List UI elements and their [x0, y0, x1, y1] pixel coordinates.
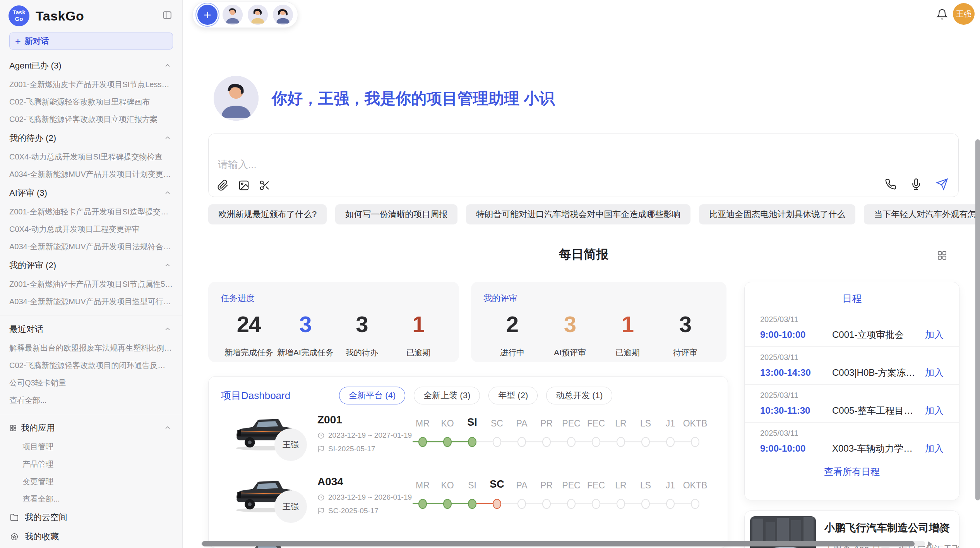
milestone-label: J1 [658, 418, 683, 429]
scissors-icon[interactable] [259, 180, 271, 191]
dashboard-filter[interactable]: 动总开发 (1) [546, 387, 612, 404]
event-time: 9:00-10:00 [760, 329, 832, 340]
stat-value: 1 [599, 311, 656, 337]
milestone-dot [691, 437, 699, 447]
event-time: 9:00-10:00 [760, 443, 832, 454]
agent-avatar[interactable] [223, 5, 243, 25]
stat-item: 2进行中 [483, 311, 541, 358]
chevron-up-icon [164, 189, 171, 197]
sidebar-item[interactable]: Z001-全新燃油轻卡产品开发项目SI节点属性5D文件评审 [0, 276, 182, 293]
milestone-label: SC [485, 478, 509, 490]
suggestion-chip[interactable]: 如何写一份清晰的项目周报 [335, 204, 457, 224]
scroll-right-arrow[interactable] [928, 541, 932, 547]
sidebar-item[interactable]: 公司Q3轻卡销量 [0, 374, 182, 392]
agent-avatar[interactable] [273, 5, 293, 25]
sidebar-item[interactable]: 解释最新出台的欧盟报废车法规再生塑料比例被调至15%... [0, 339, 182, 357]
divider [0, 414, 182, 414]
sidebar-app-item[interactable]: 产品管理 [0, 456, 182, 473]
suggestion-chip[interactable]: 比亚迪全固态电池计划具体说了什么 [699, 204, 855, 224]
chevron-up-icon [164, 325, 171, 333]
milestone-label: MR [410, 418, 435, 429]
sidebar-item[interactable]: Z001-全新燃油皮卡产品开发项目SI节点Lesson Learn报告 [0, 76, 182, 93]
sidebar-item[interactable]: Z001-全新燃油轻卡产品开发项目SI造型提交物评审 [0, 203, 182, 221]
suggestion-chip[interactable]: 当下年轻人对汽车外观有怎样的喜好趋势 [864, 204, 980, 224]
sidebar-item[interactable]: A034-全新新能源MUV产品开发项目法规符合性评审 [0, 238, 182, 255]
star-badge-icon [10, 533, 19, 541]
milestone-dot [617, 437, 625, 447]
dashboard-filter[interactable]: 全新上装 (3) [414, 387, 480, 404]
milestone-dot [617, 499, 625, 509]
project-code: A034 [317, 476, 412, 488]
new-chat-button[interactable]: + 新对话 [9, 33, 173, 50]
milestone-dot [567, 499, 576, 509]
new-chat-label: 新对话 [25, 36, 49, 46]
send-icon[interactable] [936, 178, 948, 190]
sidebar-item[interactable]: C02-飞腾新能源轻客改款项目里程碑画布 [0, 93, 182, 111]
stat-value: 3 [277, 311, 334, 337]
sidebar-app-item[interactable]: 项目管理 [0, 438, 182, 456]
attachment-icon[interactable] [217, 180, 229, 191]
vertical-scrollbar[interactable] [975, 139, 980, 500]
favorites-label: 我的收藏 [25, 531, 59, 543]
stat-value: 3 [334, 311, 390, 337]
sidebar-item[interactable]: C0X4-动力总成开发项目SI里程碑提交物检查 [0, 148, 182, 166]
chevron-up-icon [164, 262, 171, 269]
microphone-icon[interactable] [910, 178, 922, 190]
horizontal-scrollbar[interactable] [202, 541, 915, 546]
project-flag: SI-2025-05-17 [317, 445, 412, 453]
join-button[interactable]: 加入 [925, 366, 944, 379]
stat-label: AI预评审 [541, 347, 599, 358]
sidebar-app-item[interactable]: 查看全部... [0, 490, 182, 508]
join-button[interactable]: 加入 [925, 442, 944, 455]
layout-grid-icon[interactable] [937, 250, 947, 261]
dashboard-filter[interactable]: 全新平台 (4) [339, 387, 405, 404]
flag-icon [317, 445, 325, 453]
event-name: C005-整车工程目标评审 [832, 404, 919, 417]
milestone-dot [542, 499, 551, 509]
milestone-label: PA [509, 480, 534, 491]
sidebar-item[interactable]: C0X4-动力总成开发项目工程变更评审 [0, 221, 182, 238]
stat-item: 24新增完成任务 [221, 311, 277, 358]
section-0-header[interactable]: Agent已办 (3) [0, 56, 182, 76]
join-button[interactable]: 加入 [925, 404, 944, 417]
sidebar-item[interactable]: A034-全新新能源MUV产品开发项目造型可行性评审 [0, 293, 182, 310]
suggestion-chip[interactable]: 欧洲新规最近颁布了什么? [208, 204, 327, 224]
voice-call-icon[interactable] [885, 178, 896, 190]
owner-badge: 王强 [274, 490, 307, 523]
event-date: 2025/03/11 [760, 353, 944, 362]
event-time: 13:00-14:30 [760, 367, 832, 378]
view-all-schedule-link[interactable]: 查看所有日程 [745, 466, 959, 478]
stat-value: 3 [541, 311, 599, 337]
stat-item: 3新增AI完成任务 [277, 311, 334, 358]
sidebar-item[interactable]: C02-飞腾新能源轻客改款项目的闭环通告反馈情况 [0, 357, 182, 374]
notifications-bell-icon[interactable] [936, 9, 948, 20]
section-2-title: AI评审 (3) [9, 187, 47, 199]
recent-chats-header[interactable]: 最近对话 [0, 319, 182, 339]
join-button[interactable]: 加入 [925, 329, 944, 341]
sidebar-item-favorites[interactable]: 我的收藏 [0, 527, 182, 546]
sidebar-apps-header[interactable]: 我的应用 [0, 418, 182, 438]
milestone-dot [567, 437, 576, 447]
suggestion-chips: 欧洲新规最近颁布了什么?如何写一份清晰的项目周报特朗普可能对进口汽车增税会对中国… [208, 204, 959, 224]
section-2-header[interactable]: AI评审 (3) [0, 183, 182, 203]
milestone-dot [418, 499, 427, 509]
sidebar-app-items: 项目管理产品管理变更管理查看全部... [0, 438, 182, 508]
agent-avatar[interactable] [248, 5, 268, 25]
suggestion-chip[interactable]: 特朗普可能对进口汽车增税会对中国车企造成哪些影响 [466, 204, 690, 224]
dashboard-filter[interactable]: 年型 (2) [488, 387, 538, 404]
sidebar-item[interactable]: C02-飞腾新能源轻客改款项目立项汇报方案 [0, 111, 182, 128]
sidebar-app-item[interactable]: 变更管理 [0, 473, 182, 490]
sidebar-item[interactable]: 查看全部... [0, 392, 182, 409]
section-3-header[interactable]: 我的评审 (2) [0, 255, 182, 276]
section-1-header[interactable]: 我的待办 (2) [0, 128, 182, 148]
add-agent-button[interactable]: + [197, 5, 218, 25]
stat-value: 2 [483, 311, 541, 337]
project-list: 王强Z0012023-12-19 ~ 2027-01-19SI-2025-05-… [209, 408, 728, 548]
user-avatar[interactable]: 王强 [953, 3, 975, 25]
collapse-sidebar-icon[interactable] [162, 10, 172, 20]
sidebar-item-cloud-space[interactable]: 我的云空间 [0, 508, 182, 527]
image-upload-icon[interactable] [238, 180, 250, 191]
scroll-down-arrow[interactable] [937, 528, 944, 533]
chat-input-box[interactable]: 请输入... [208, 134, 959, 197]
sidebar-item[interactable]: A034-全新新能源MUV产品开发项目计划变更表编写 [0, 166, 182, 183]
